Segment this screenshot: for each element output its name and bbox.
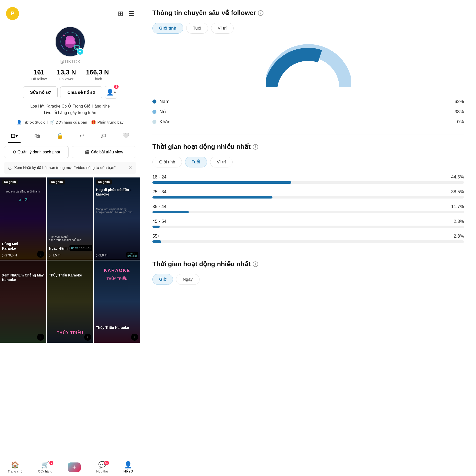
orders-link[interactable]: 🛒 Đơn hàng của bạn (49, 120, 87, 125)
svg-point-5 (63, 35, 65, 36)
nav-home[interactable]: 🏠 Trang chủ (8, 461, 23, 473)
notice-bar: ⊙ Xem Nhật ký đã hết hạn trong mục "Vide… (4, 162, 136, 174)
bookmark-icon[interactable]: ⊞ (118, 10, 123, 18)
filter-location-pill[interactable]: Vị trí (211, 23, 234, 34)
filter-day-pill[interactable]: Ngày (176, 274, 200, 285)
svg-rect-3 (66, 40, 75, 44)
video-views-3: ▷ 2,9 Tr (96, 253, 108, 257)
nav-plus[interactable]: + (68, 462, 81, 472)
activity-filter-age[interactable]: Tuổi (185, 157, 207, 167)
video-views-2: ▷ 1,5 Tr (49, 253, 61, 257)
bar-row-45-54: 45 - 54 2.3% (152, 219, 464, 228)
video-label-1: g mới (0, 198, 46, 202)
filter-gender-pill[interactable]: Giới tính (152, 23, 183, 34)
age-bar-chart: 18 - 24 44.6% 25 - 34 38.5% 35 - 44 (152, 174, 464, 243)
add-avatar-button[interactable]: + (77, 48, 84, 55)
activity-filter-gender[interactable]: Giới tính (152, 157, 182, 167)
bar-fill-25-34 (152, 196, 272, 199)
app-logo: P (6, 7, 19, 20)
showcase-link[interactable]: 🎁 Phần trưng bày (91, 120, 123, 125)
tab-heart[interactable]: 🤍 (120, 130, 132, 143)
bar-fill-18-24 (152, 181, 291, 184)
tab-grid[interactable]: ⊞▾ (8, 130, 21, 143)
male-label: Nam (159, 99, 169, 104)
video-title-5: Thủy Triều Karaoke (49, 273, 91, 277)
activity-filter-location[interactable]: Vị trí (210, 157, 233, 167)
divider-2 (152, 252, 464, 252)
video-logo-1: ♪ (37, 251, 44, 258)
activity-section-1: Thời gian hoạt động nhiều nhất i Giới tí… (152, 143, 464, 243)
legend-other-row: Khác 0% (152, 119, 464, 125)
video-thumb-6[interactable]: KARAOKE THỦY TRIỀU Thủy Triều Karaoke ♪ (94, 260, 140, 343)
nav-shop-label: Cửa hàng (38, 469, 52, 473)
stats-row: 161 Đã follow 13,3 N Follower 166,3 N Th… (31, 68, 109, 81)
svg-point-8 (62, 46, 63, 47)
tab-shop[interactable]: 🛍 (32, 130, 42, 143)
notice-text: Xem Nhật ký đã hết hạn trong mục "Video … (14, 165, 126, 171)
follower-filter-pills: Giới tính Tuổi Vị trí (152, 23, 464, 34)
video-logo-4: ♪ (37, 334, 44, 341)
activity-title-1: Thời gian hoạt động nhiều nhất i (152, 143, 464, 151)
video-views-1: ▷ 279,5 N (2, 253, 17, 257)
bar-row-55plus: 55+ 2.8% (152, 234, 464, 243)
video-thumb-5[interactable]: Thủy Triều Karaoke THỦY TRIỀU ♪ (47, 260, 93, 343)
filter-hour-pill[interactable]: Giờ (152, 274, 173, 285)
nav-profile-label: Hồ sơ (124, 469, 133, 473)
profile-nav-icon: 👤 (124, 461, 132, 469)
activity-title-2: Thời gian hoạt động nhiều nhất i (152, 260, 464, 268)
top-bar-right: ⊞ ☰ (118, 10, 134, 18)
tab-tag[interactable]: 🏷 (98, 130, 109, 143)
male-pct: 62% (454, 99, 464, 104)
notice-close-button[interactable]: ✕ (128, 165, 132, 170)
video-title-1: Đắng MôiKaraoke (2, 242, 44, 251)
legend-female-row: Nữ 38% (152, 109, 464, 115)
video-logo-6: ♪ (131, 334, 138, 341)
activity-filter-pills-1: Giới tính Tuổi Vị trí (152, 157, 464, 167)
follower-insights-section: Thông tin chuyên sâu về follower i Giới … (152, 9, 464, 125)
video-tag-1: Đã ghim (2, 179, 18, 184)
plus-button[interactable]: + (68, 462, 81, 472)
gift-icon: 🎁 (91, 120, 96, 125)
bar-row-18-24: 18 - 24 44.6% (152, 174, 464, 184)
nav-inbox[interactable]: 💬 Hộp thư 56 (96, 461, 108, 473)
add-friend-button[interactable]: 👤+ 2 (105, 86, 117, 99)
video-thumb-3[interactable]: Đã ghim Hoạ đi phúc sẽ đến - karaoke Man… (94, 177, 140, 260)
bar-row-25-34: 25 - 34 38.5% (152, 189, 464, 199)
manage-playlist-button[interactable]: ⚙ Quản lý danh sách phát (4, 146, 69, 158)
inbox-badge: 56 (104, 461, 109, 465)
other-label: Khác (159, 119, 170, 125)
top-bar: P ⊞ ☰ (0, 0, 140, 24)
menu-icon[interactable]: ☰ (128, 10, 134, 18)
legend-male-row: Nam 62% (152, 99, 464, 104)
follower-info-icon[interactable]: i (258, 10, 263, 16)
male-dot (152, 100, 156, 104)
right-panel: Thông tin chuyên sâu về follower i Giới … (140, 0, 476, 476)
video-thumb-1[interactable]: Đã ghim rép em bài đắng môi đi anh g mới… (0, 177, 46, 260)
activity-info-icon-1[interactable]: i (253, 144, 258, 150)
video-grid: Đã ghim rép em bài đắng môi đi anh g mới… (0, 177, 140, 362)
action-buttons: Sửa hồ sơ Chia sẻ hồ sơ 👤+ 2 (23, 86, 117, 99)
nav-profile[interactable]: 👤 Hồ sơ (124, 461, 133, 473)
tab-repost[interactable]: ↩ (77, 130, 87, 143)
tiktok-studio-link[interactable]: 👤 TikTok Studio (17, 120, 45, 125)
filter-age-pill[interactable]: Tuổi (186, 23, 208, 34)
edit-profile-button[interactable]: Sửa hồ sơ (23, 86, 58, 98)
bar-fill-45-54 (152, 226, 160, 228)
tab-lock[interactable]: 🔒 (54, 130, 66, 143)
left-panel: P ⊞ ☰ (0, 0, 140, 476)
video-thumb-2[interactable]: Đã ghim Ngày Hạnh Phúc Tình yêu đã đếnda… (47, 177, 93, 260)
quick-links: 👤 TikTok Studio | 🛒 Đơn hàng của bạn | 🎁… (17, 120, 124, 125)
share-profile-button[interactable]: Chia sẻ hồ sơ (60, 86, 102, 98)
million-view-button[interactable]: 🎬 Các bài triệu view (72, 146, 136, 158)
nav-shop[interactable]: 🛒 Cửa hàng ● (38, 461, 52, 473)
other-dot (152, 120, 156, 124)
activity-info-icon-2[interactable]: i (253, 261, 258, 267)
shop-badge: ● (49, 461, 53, 465)
tabs-row: ⊞▾ 🛍 🔒 ↩ 🏷 🤍 (0, 130, 140, 143)
activity-filter-pills-2: Giờ Ngày (152, 274, 464, 285)
nav-inbox-label: Hộp thư (96, 469, 108, 473)
video-thumb-4[interactable]: Xem Như Em Chẳng May Karaoke ♪ (0, 260, 46, 343)
avatar-section: + @TIKTOK 161 Đã follow 13,3 N Follower … (0, 24, 140, 130)
bar-fill-55plus (152, 240, 161, 243)
add-friend-badge: 2 (114, 85, 119, 89)
